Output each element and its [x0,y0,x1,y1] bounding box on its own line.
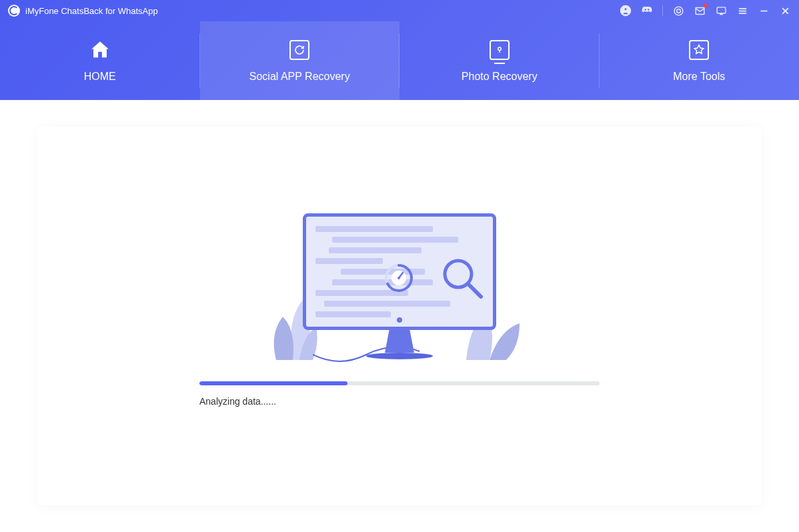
settings-icon[interactable] [672,5,684,17]
progress-section: Analyzing data...... [199,381,600,407]
svg-point-1 [624,8,628,11]
titlebar: iMyFone ChatsBack for WhatsApp [0,0,799,21]
tab-home[interactable]: HOME [0,21,200,100]
main-nav: HOME Social APP Recovery Photo Recovery [0,21,799,100]
tab-photo-recovery[interactable]: Photo Recovery [400,21,600,100]
photo-icon [488,39,511,61]
progress-status: Analyzing data...... [199,396,600,407]
tab-social-recovery[interactable]: Social APP Recovery [200,21,400,100]
feedback-icon[interactable] [715,5,727,17]
discord-icon[interactable] [641,5,653,17]
tab-home-label: HOME [84,71,116,83]
tab-social-label: Social APP Recovery [249,71,350,83]
tab-more-tools[interactable]: More Tools [600,21,800,100]
svg-point-17 [397,277,400,279]
header: iMyFone ChatsBack for WhatsApp [0,0,799,100]
mail-icon[interactable] [694,5,706,17]
tools-icon [688,39,710,61]
svg-point-3 [676,9,680,13]
home-icon [89,39,111,61]
progress-fill [199,381,347,385]
menu-icon[interactable] [736,5,748,17]
app-logo-icon [8,5,20,17]
svg-point-12 [498,47,501,51]
close-icon[interactable] [779,5,791,17]
app-title: iMyFone ChatsBack for WhatsApp [25,6,158,16]
main-card: Analyzing data...... [37,127,762,505]
svg-point-2 [674,7,683,15]
refresh-icon [288,39,311,61]
analyzing-illustration [266,213,533,360]
tab-photo-label: Photo Recovery [462,71,538,83]
svg-line-19 [468,284,481,297]
tab-tools-label: More Tools [673,71,725,83]
svg-rect-5 [717,7,726,13]
profile-icon[interactable] [620,5,632,17]
minimize-icon[interactable] [758,5,770,17]
progress-bar [199,381,600,385]
